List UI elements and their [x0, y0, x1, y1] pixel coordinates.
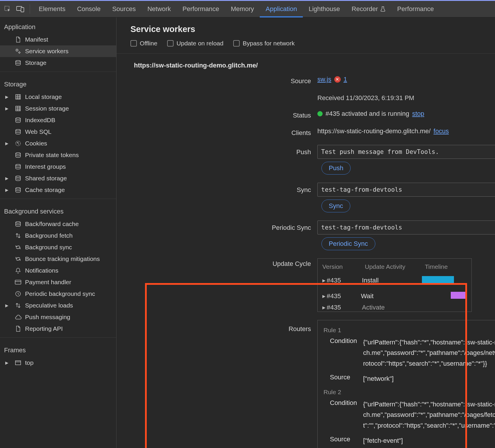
sidebar-item-indexeddb[interactable]: IndexedDB [0, 114, 116, 126]
sidebar-item-session-storage[interactable]: ▶Session storage [0, 103, 116, 114]
status-key: Status [201, 110, 317, 119]
sidebar-item-label: IndexedDB [25, 117, 55, 124]
svg-point-15 [16, 164, 21, 166]
update-cycle-row[interactable]: ▶#435Install [321, 273, 468, 288]
sidebar-item-local-storage[interactable]: ▶Local storage [0, 91, 116, 103]
bypass-for-network-checkbox[interactable]: Bypass for network [233, 40, 295, 47]
sidebar-item-web-sql[interactable]: Web SQL [0, 126, 116, 138]
sidebar-item-storage[interactable]: Storage [0, 57, 116, 69]
sidebar-item-notifications[interactable]: Notifications [0, 265, 116, 276]
sidebar-item-bounce-tracking-mitigations[interactable]: Bounce tracking mitigations [0, 253, 116, 265]
tab-recorder[interactable]: Recorder [346, 1, 391, 17]
tab-network[interactable]: Network [142, 1, 177, 17]
sidebar-item-label: Notifications [25, 267, 58, 274]
sidebar-item-speculative-loads[interactable]: ▶Speculative loads [0, 300, 116, 311]
devtools-tabbar: ElementsConsoleSourcesNetworkPerformance… [0, 1, 495, 17]
sidebar-item-background-fetch[interactable]: Background fetch [0, 230, 116, 241]
sidebar-item-periodic-background-sync[interactable]: Periodic background sync [0, 288, 116, 300]
cloud-icon [14, 314, 22, 320]
svg-point-18 [16, 222, 21, 223]
rule-source-value: ["fetch-event"] [363, 435, 495, 446]
sw-client-focus-link[interactable]: focus [434, 127, 449, 135]
sidebar-item-push-messaging[interactable]: Push messaging [0, 311, 116, 323]
sidebar-item-shared-storage[interactable]: ▶Shared storage [0, 173, 116, 184]
status-dot-icon [317, 111, 323, 116]
update-cycle-row[interactable]: ▶#435Wait [321, 288, 468, 304]
tab-application[interactable]: Application [260, 1, 303, 17]
periodic-sync-tag-input[interactable] [317, 221, 495, 234]
disclosure-triangle-icon[interactable]: ▶ [5, 106, 8, 111]
disclosure-triangle-icon[interactable]: ▶ [5, 188, 8, 192]
sidebar-item-label: Background sync [25, 244, 72, 251]
disclosure-triangle-icon[interactable]: ▶ [5, 141, 8, 146]
disclosure-triangle-icon[interactable]: ▶ [322, 294, 326, 298]
sw-source-link[interactable]: sw.js [317, 76, 331, 83]
sidebar-item-label: top [25, 359, 33, 366]
grid-icon [14, 106, 22, 111]
bell-icon [14, 267, 22, 274]
rule-source-key: Source [323, 435, 354, 446]
disclosure-triangle-icon[interactable]: ▶ [5, 360, 8, 365]
sync-button[interactable]: Sync [321, 200, 350, 212]
service-workers-panel: Service workers Offline Update on reload… [116, 17, 495, 448]
svg-point-9 [16, 129, 21, 131]
card-icon [14, 280, 22, 285]
sidebar-item-label: Shared storage [25, 175, 67, 182]
sync-icon [14, 244, 22, 250]
sidebar-item-cookies[interactable]: ▶Cookies [0, 138, 116, 149]
sw-stop-link[interactable]: stop [412, 110, 424, 118]
tab-memory[interactable]: Memory [225, 1, 260, 17]
disclosure-triangle-icon[interactable]: ▶ [5, 95, 8, 99]
update-on-reload-checkbox[interactable]: Update on reload [167, 40, 223, 47]
sidebar-item-private-state-tokens[interactable]: Private state tokens [0, 149, 116, 161]
svg-rect-2 [21, 8, 24, 12]
tab-sources[interactable]: Sources [106, 1, 142, 17]
clock-icon [14, 291, 22, 297]
disclosure-triangle-icon[interactable]: ▶ [322, 305, 326, 310]
tab-elements[interactable]: Elements [33, 1, 71, 17]
sidebar-item-label: Bounce tracking mitigations [25, 255, 100, 262]
sw-client-url: https://sw-static-routing-demo.glitch.me… [317, 127, 431, 135]
update-cycle-row[interactable]: ▶#435Activate [321, 304, 468, 311]
svg-point-11 [17, 143, 17, 143]
sw-errors-count[interactable]: 1 [344, 76, 347, 83]
sw-origin: https://sw-static-routing-demo.glitch.me… [116, 54, 495, 76]
sidebar-group-application: Application [0, 17, 116, 34]
db-icon [14, 175, 22, 181]
sidebar-item-reporting-api[interactable]: Reporting API [0, 323, 116, 335]
sidebar-group-storage: Storage [0, 75, 116, 91]
push-button[interactable]: Push [321, 162, 351, 175]
tab-performance[interactable]: Performance [391, 1, 440, 17]
sidebar-item-cache-storage[interactable]: ▶Cache storage [0, 184, 116, 196]
sidebar-item-payment-handler[interactable]: Payment handler [0, 276, 116, 288]
disclosure-triangle-icon[interactable]: ▶ [322, 278, 326, 283]
offline-checkbox[interactable]: Offline [130, 40, 157, 47]
sidebar-item-label: Reporting API [25, 325, 63, 332]
sidebar-item-manifest[interactable]: Manifest [0, 34, 116, 45]
tab-lighthouse[interactable]: Lighthouse [303, 1, 346, 17]
sidebar-item-background-sync[interactable]: Background sync [0, 241, 116, 253]
gears-icon [14, 48, 22, 54]
update-on-reload-label: Update on reload [176, 40, 223, 47]
error-badge-icon[interactable]: ✕ [334, 76, 341, 83]
disclosure-triangle-icon[interactable]: ▶ [5, 303, 8, 308]
sidebar-item-back-forward-cache[interactable]: Back/forward cache [0, 218, 116, 230]
periodic-sync-button[interactable]: Periodic Sync [321, 237, 375, 250]
push-message-input[interactable] [317, 145, 495, 159]
sidebar-item-service-workers[interactable]: Service workers [0, 45, 116, 57]
svg-rect-7 [16, 106, 20, 111]
update-cycle-table: VersionUpdate ActivityTimeline▶#435Insta… [317, 258, 472, 312]
bounce-icon [14, 256, 22, 262]
device-toolbar-icon[interactable] [14, 3, 27, 15]
sidebar-item-top[interactable]: ▶top [0, 357, 116, 369]
col-version: Version [322, 263, 357, 270]
sidebar-item-interest-groups[interactable]: Interest groups [0, 161, 116, 173]
router-rule-title: Rule 1 [323, 327, 495, 334]
tab-performance[interactable]: Performance [177, 1, 225, 17]
beaker-icon [380, 6, 386, 12]
inspect-icon[interactable] [1, 3, 14, 15]
disclosure-triangle-icon[interactable]: ▶ [5, 176, 8, 181]
grid-icon [14, 94, 22, 100]
tab-console[interactable]: Console [71, 1, 107, 17]
sync-tag-input[interactable] [317, 183, 495, 197]
